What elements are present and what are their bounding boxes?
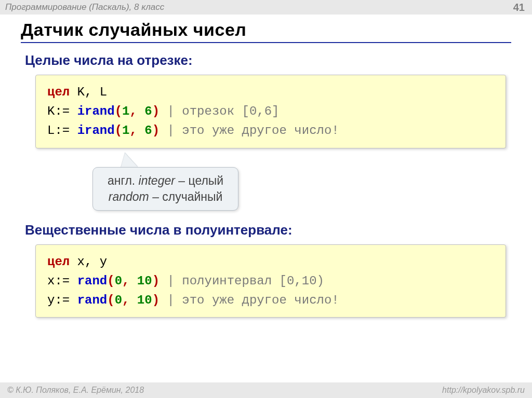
header-subject: Программирование (Паскаль), 8 класс [5,2,164,12]
code-block-integers: цел K, L K:= irand(1, 6) | отрезок [0,6]… [35,75,506,148]
arg-1: 1 [122,104,129,118]
comment-drugoe: | это уже другое число! [159,123,339,138]
callout-tail [119,152,138,169]
arg-10: 10 [137,274,152,288]
paren-close: ) [152,274,159,288]
callout-line-2: random – случайный [108,189,223,205]
section-heading-integers: Целые числа на отрезке: [25,52,511,68]
page-number: 41 [513,2,525,13]
arg-10: 10 [137,293,152,307]
code-line-3: y:= rand(0, 10) | это уже другое число! [47,291,494,310]
assign: = [62,104,70,118]
footer-copyright: © К.Ю. Поляков, Е.А. Ерёмин, 2018 [7,386,144,395]
keyword-cel: цел [47,85,70,99]
assign: = [62,293,70,307]
callout-random: random [109,190,149,203]
callout-line-1: англ. integer – целый [108,173,223,189]
paren-open: ( [115,123,122,138]
section-heading-reals: Вещественные числа в полуинтервале: [25,222,511,238]
assign: = [62,274,70,288]
arg-6: 6 [144,104,152,118]
callout-integer: integer [139,174,175,187]
callout-container: англ. integer – целый random – случайный [21,155,511,217]
paren-close: ) [152,293,159,307]
slide-title: Датчик случайных чисел [21,20,511,43]
lhs-y: y: [47,293,62,307]
keyword-cel: цел [47,255,70,269]
assign: = [62,123,70,138]
func-irand: irand [77,104,115,118]
func-rand: rand [77,274,108,288]
arg-1: 1 [122,123,129,138]
slide-body: Датчик случайных чисел Целые числа на от… [0,15,532,318]
comma: , [122,274,129,288]
callout-prefix: англ. [108,174,139,187]
code-line-3: L:= irand(1, 6) | это уже другое число! [47,121,494,140]
callout-box: англ. integer – целый random – случайный [92,167,238,211]
code-line-1: цел x, y [47,252,494,271]
code-block-reals: цел x, y x:= rand(0, 10) | полуинтервал … [35,244,506,318]
slide-footer: © К.Ю. Поляков, Е.А. Ерёмин, 2018 http:/… [0,382,532,398]
code-line-2: x:= rand(0, 10) | полуинтервал [0,10) [47,271,494,291]
arg-6: 6 [144,123,152,138]
paren-open: ( [107,293,114,307]
callout-sluch: – случайный [149,190,223,203]
callout-tsely: – целый [175,174,223,187]
comma: , [129,104,137,118]
comment-poluinterval: | полуинтервал [0,10) [159,274,324,288]
footer-url: http://kpolyakov.spb.ru [442,386,525,395]
paren-open: ( [107,274,114,288]
func-rand: rand [77,293,108,307]
comma: , [122,293,129,307]
code-line-1: цел K, L [47,83,494,102]
slide-header: Программирование (Паскаль), 8 класс 41 [0,0,532,15]
lhs-L: L: [47,123,62,138]
lhs-K: K: [47,104,62,118]
lhs-x: x: [47,274,62,288]
decl-KL: K, L [70,85,107,99]
paren-close: ) [152,123,159,138]
paren-close: ) [152,104,159,118]
comment-drugoe: | это уже другое число! [159,293,339,307]
comma: , [129,123,137,138]
func-irand: irand [77,123,115,138]
comment-otrezok: | отрезок [0,6] [159,104,279,118]
decl-xy: x, y [70,255,107,269]
paren-open: ( [115,104,122,118]
arg-0: 0 [115,293,122,307]
code-line-2: K:= irand(1, 6) | отрезок [0,6] [47,102,494,121]
arg-0: 0 [115,274,122,288]
